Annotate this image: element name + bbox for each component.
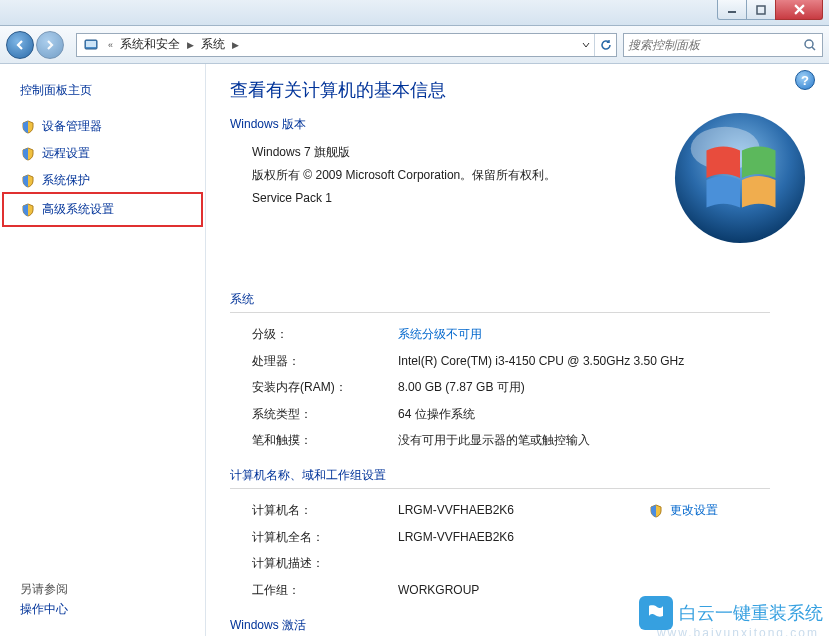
sidebar-see-also: 另请参阅 <box>20 581 68 598</box>
computer-desc-value <box>398 550 805 576</box>
window-titlebar <box>0 0 829 26</box>
toolbar: « 系统和安全 ▶ 系统 ▶ <box>0 26 829 64</box>
section-system: 系统 <box>230 291 770 313</box>
shield-icon <box>20 202 36 218</box>
search-icon[interactable] <box>802 37 818 53</box>
change-settings-label: 更改设置 <box>670 497 718 523</box>
close-button[interactable] <box>775 0 823 20</box>
window-control-buttons <box>718 0 823 20</box>
workgroup-label: 工作组： <box>252 577 398 603</box>
help-button[interactable]: ? <box>795 70 815 90</box>
sidebar-item-device-manager[interactable]: 设备管理器 <box>0 113 205 140</box>
shield-icon <box>20 119 36 135</box>
rating-label: 分级： <box>252 321 398 347</box>
windows-logo <box>671 108 809 248</box>
minimize-button[interactable] <box>717 0 747 20</box>
nav-back-button[interactable] <box>6 31 34 59</box>
sidebar-item-label: 系统保护 <box>42 172 90 189</box>
address-bar[interactable]: « 系统和安全 ▶ 系统 ▶ <box>76 33 617 57</box>
address-dropdown[interactable] <box>576 34 594 56</box>
system-type-value: 64 位操作系统 <box>398 401 805 427</box>
rating-link[interactable]: 系统分级不可用 <box>398 327 482 341</box>
watermark-brand: 白云一键重装系统 <box>679 601 823 625</box>
maximize-button[interactable] <box>746 0 776 20</box>
content-area: 控制面板主页 设备管理器 远程设置 系统保护 高级系统设置 另请参阅 操作中心 … <box>0 64 829 636</box>
watermark: 白云一键重装系统 <box>639 596 823 630</box>
sidebar-item-label: 远程设置 <box>42 145 90 162</box>
sidebar-item-label: 高级系统设置 <box>42 201 114 218</box>
sidebar-item-advanced-system-settings[interactable]: 高级系统设置 <box>6 196 199 223</box>
page-title: 查看有关计算机的基本信息 <box>230 78 805 102</box>
control-panel-icon <box>81 35 101 55</box>
change-settings-link[interactable]: 更改设置 <box>648 497 718 523</box>
shield-icon <box>20 173 36 189</box>
computer-fullname-label: 计算机全名： <box>252 524 398 550</box>
nav-forward-button[interactable] <box>36 31 64 59</box>
pen-touch-value: 没有可用于此显示器的笔或触控输入 <box>398 427 805 453</box>
breadcrumb-level2[interactable]: 系统 <box>197 34 229 56</box>
computer-name-value: LRGM-VVFHAEB2K6 <box>398 497 648 523</box>
chevron-right-icon: ▶ <box>184 40 197 50</box>
shield-icon <box>20 146 36 162</box>
main-panel: ? 查看有关计算机的基本信息 Windows 版本 Windows 7 旗舰版 … <box>206 64 829 636</box>
shield-icon <box>648 503 664 519</box>
breadcrumb-root-arrow[interactable]: « <box>105 40 116 50</box>
sidebar-item-system-protection[interactable]: 系统保护 <box>0 167 205 194</box>
sidebar-heading[interactable]: 控制面板主页 <box>0 82 205 113</box>
computer-desc-label: 计算机描述： <box>252 550 398 576</box>
ram-label: 安装内存(RAM)： <box>252 374 398 400</box>
svg-line-7 <box>812 47 815 50</box>
svg-rect-5 <box>86 41 96 47</box>
refresh-button[interactable] <box>594 34 616 56</box>
search-input[interactable] <box>628 38 802 52</box>
chevron-right-icon: ▶ <box>229 40 242 50</box>
computer-name-label: 计算机名： <box>252 497 398 523</box>
sidebar-action-center[interactable]: 操作中心 <box>20 601 68 618</box>
watermark-url: www.baiyunxitong.com <box>657 626 819 636</box>
watermark-badge-icon <box>639 596 673 630</box>
svg-point-6 <box>805 40 813 48</box>
breadcrumb-level1[interactable]: 系统和安全 <box>116 34 184 56</box>
computer-fullname-value: LRGM-VVFHAEB2K6 <box>398 524 805 550</box>
sidebar: 控制面板主页 设备管理器 远程设置 系统保护 高级系统设置 另请参阅 操作中心 <box>0 64 206 636</box>
breadcrumb: « 系统和安全 ▶ 系统 ▶ <box>105 34 242 56</box>
search-box[interactable] <box>623 33 823 57</box>
system-type-label: 系统类型： <box>252 401 398 427</box>
ram-value: 8.00 GB (7.87 GB 可用) <box>398 374 805 400</box>
pen-touch-label: 笔和触摸： <box>252 427 398 453</box>
sidebar-item-label: 设备管理器 <box>42 118 102 135</box>
svg-rect-1 <box>757 6 765 14</box>
processor-label: 处理器： <box>252 348 398 374</box>
sidebar-item-remote-settings[interactable]: 远程设置 <box>0 140 205 167</box>
section-computer-name: 计算机名称、域和工作组设置 <box>230 467 770 489</box>
processor-value: Intel(R) Core(TM) i3-4150 CPU @ 3.50GHz … <box>398 348 805 374</box>
